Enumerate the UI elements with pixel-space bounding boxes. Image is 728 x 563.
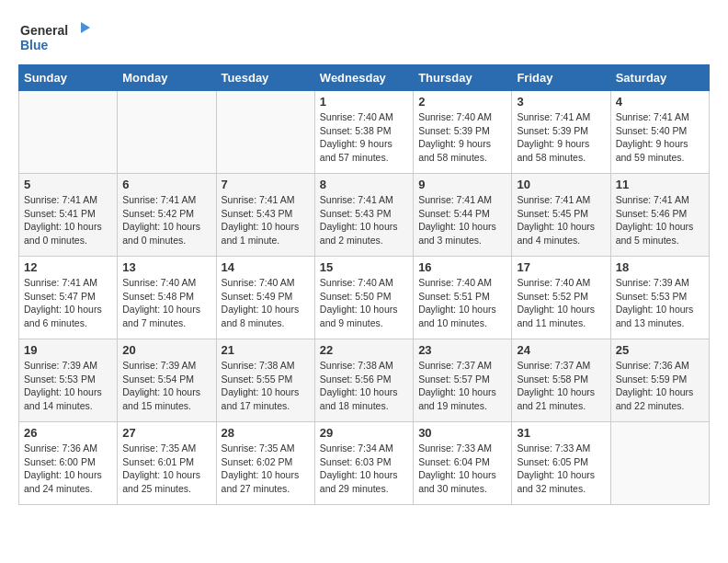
week-row-3: 12Sunrise: 7:41 AM Sunset: 5:47 PM Dayli… (19, 257, 710, 339)
day-info: Sunrise: 7:38 AM Sunset: 5:56 PM Dayligh… (320, 359, 408, 413)
calendar-cell: 3Sunrise: 7:41 AM Sunset: 5:39 PM Daylig… (512, 91, 610, 174)
day-number: 8 (320, 178, 408, 191)
day-number: 10 (517, 178, 605, 191)
svg-marker-1 (81, 22, 90, 33)
calendar-cell: 5Sunrise: 7:41 AM Sunset: 5:41 PM Daylig… (19, 174, 118, 257)
weekday-header-row: SundayMondayTuesdayWednesdayThursdayFrid… (19, 65, 710, 91)
calendar-cell (118, 91, 216, 174)
week-row-4: 19Sunrise: 7:39 AM Sunset: 5:53 PM Dayli… (19, 339, 710, 422)
calendar-table: SundayMondayTuesdayWednesdayThursdayFrid… (18, 64, 710, 505)
day-number: 14 (222, 260, 310, 274)
day-number: 7 (222, 178, 310, 191)
day-number: 30 (418, 426, 506, 440)
day-number: 11 (616, 178, 704, 191)
day-info: Sunrise: 7:40 AM Sunset: 5:50 PM Dayligh… (320, 276, 408, 330)
calendar-cell: 20Sunrise: 7:39 AM Sunset: 5:54 PM Dayli… (118, 339, 216, 422)
day-info: Sunrise: 7:39 AM Sunset: 5:53 PM Dayligh… (616, 276, 704, 330)
day-number: 1 (320, 95, 408, 109)
svg-text:General: General (20, 23, 68, 38)
calendar-cell: 31Sunrise: 7:33 AM Sunset: 6:05 PM Dayli… (512, 422, 610, 505)
day-number: 17 (517, 260, 605, 274)
calendar-cell: 14Sunrise: 7:40 AM Sunset: 5:49 PM Dayli… (216, 257, 314, 339)
calendar-cell: 4Sunrise: 7:41 AM Sunset: 5:40 PM Daylig… (610, 91, 709, 174)
day-info: Sunrise: 7:40 AM Sunset: 5:48 PM Dayligh… (122, 276, 210, 330)
calendar-cell: 16Sunrise: 7:40 AM Sunset: 5:51 PM Dayli… (414, 257, 512, 339)
day-number: 3 (517, 95, 605, 109)
calendar-cell: 12Sunrise: 7:41 AM Sunset: 5:47 PM Dayli… (19, 257, 118, 339)
calendar-cell: 18Sunrise: 7:39 AM Sunset: 5:53 PM Dayli… (610, 257, 709, 339)
calendar-cell: 21Sunrise: 7:38 AM Sunset: 5:55 PM Dayli… (216, 339, 314, 422)
weekday-header-tuesday: Tuesday (216, 65, 314, 91)
day-info: Sunrise: 7:39 AM Sunset: 5:53 PM Dayligh… (24, 359, 112, 413)
day-number: 16 (418, 260, 506, 274)
day-info: Sunrise: 7:33 AM Sunset: 6:04 PM Dayligh… (418, 442, 506, 496)
day-number: 13 (122, 260, 210, 274)
calendar-cell: 15Sunrise: 7:40 AM Sunset: 5:50 PM Dayli… (314, 257, 413, 339)
weekday-header-thursday: Thursday (414, 65, 512, 91)
calendar-cell: 2Sunrise: 7:40 AM Sunset: 5:39 PM Daylig… (414, 91, 512, 174)
day-info: Sunrise: 7:41 AM Sunset: 5:46 PM Dayligh… (616, 193, 704, 247)
calendar-cell: 26Sunrise: 7:36 AM Sunset: 6:00 PM Dayli… (19, 422, 118, 505)
week-row-5: 26Sunrise: 7:36 AM Sunset: 6:00 PM Dayli… (19, 422, 710, 505)
day-info: Sunrise: 7:40 AM Sunset: 5:39 PM Dayligh… (418, 110, 506, 165)
day-number: 20 (122, 343, 210, 357)
calendar-cell: 24Sunrise: 7:37 AM Sunset: 5:58 PM Dayli… (512, 339, 610, 422)
day-info: Sunrise: 7:41 AM Sunset: 5:42 PM Dayligh… (122, 193, 210, 247)
day-number: 27 (122, 426, 210, 440)
calendar-cell (19, 91, 118, 174)
weekday-header-friday: Friday (512, 65, 610, 91)
svg-text:Blue: Blue (20, 38, 49, 52)
calendar-cell: 10Sunrise: 7:41 AM Sunset: 5:45 PM Dayli… (512, 174, 610, 257)
calendar-cell: 29Sunrise: 7:34 AM Sunset: 6:03 PM Dayli… (314, 422, 413, 505)
day-info: Sunrise: 7:38 AM Sunset: 5:55 PM Dayligh… (222, 359, 310, 413)
day-number: 5 (24, 178, 112, 191)
calendar-cell: 13Sunrise: 7:40 AM Sunset: 5:48 PM Dayli… (118, 257, 216, 339)
calendar-cell: 6Sunrise: 7:41 AM Sunset: 5:42 PM Daylig… (118, 174, 216, 257)
calendar-cell: 8Sunrise: 7:41 AM Sunset: 5:43 PM Daylig… (314, 174, 413, 257)
calendar-cell: 23Sunrise: 7:37 AM Sunset: 5:57 PM Dayli… (414, 339, 512, 422)
weekday-header-sunday: Sunday (19, 65, 118, 91)
calendar-cell: 7Sunrise: 7:41 AM Sunset: 5:43 PM Daylig… (216, 174, 314, 257)
calendar-cell: 1Sunrise: 7:40 AM Sunset: 5:38 PM Daylig… (314, 91, 413, 174)
week-row-1: 1Sunrise: 7:40 AM Sunset: 5:38 PM Daylig… (19, 91, 710, 174)
page-header: GeneralBlue (18, 18, 710, 55)
calendar-cell: 19Sunrise: 7:39 AM Sunset: 5:53 PM Dayli… (19, 339, 118, 422)
day-number: 24 (517, 343, 605, 357)
day-info: Sunrise: 7:33 AM Sunset: 6:05 PM Dayligh… (517, 442, 605, 496)
week-row-2: 5Sunrise: 7:41 AM Sunset: 5:41 PM Daylig… (19, 174, 710, 257)
day-info: Sunrise: 7:41 AM Sunset: 5:45 PM Dayligh… (517, 193, 605, 247)
day-info: Sunrise: 7:41 AM Sunset: 5:43 PM Dayligh… (320, 193, 408, 247)
day-number: 29 (320, 426, 408, 440)
day-info: Sunrise: 7:41 AM Sunset: 5:43 PM Dayligh… (222, 193, 310, 247)
calendar-cell: 11Sunrise: 7:41 AM Sunset: 5:46 PM Dayli… (610, 174, 709, 257)
day-info: Sunrise: 7:35 AM Sunset: 6:02 PM Dayligh… (222, 442, 310, 496)
calendar-cell: 27Sunrise: 7:35 AM Sunset: 6:01 PM Dayli… (118, 422, 216, 505)
weekday-header-monday: Monday (118, 65, 216, 91)
day-info: Sunrise: 7:36 AM Sunset: 5:59 PM Dayligh… (616, 359, 704, 413)
calendar-cell: 25Sunrise: 7:36 AM Sunset: 5:59 PM Dayli… (610, 339, 709, 422)
calendar-cell (216, 91, 314, 174)
day-info: Sunrise: 7:36 AM Sunset: 6:00 PM Dayligh… (24, 442, 112, 496)
day-number: 26 (24, 426, 112, 440)
day-number: 23 (418, 343, 506, 357)
day-info: Sunrise: 7:40 AM Sunset: 5:38 PM Dayligh… (320, 110, 408, 165)
weekday-header-wednesday: Wednesday (314, 65, 413, 91)
calendar-cell: 17Sunrise: 7:40 AM Sunset: 5:52 PM Dayli… (512, 257, 610, 339)
day-number: 19 (24, 343, 112, 357)
logo-icon: GeneralBlue (18, 18, 92, 55)
calendar-cell (610, 422, 709, 505)
day-number: 15 (320, 260, 408, 274)
day-info: Sunrise: 7:40 AM Sunset: 5:51 PM Dayligh… (418, 276, 506, 330)
day-number: 2 (418, 95, 506, 109)
calendar-cell: 28Sunrise: 7:35 AM Sunset: 6:02 PM Dayli… (216, 422, 314, 505)
day-number: 4 (616, 95, 704, 109)
day-number: 25 (616, 343, 704, 357)
calendar-cell: 30Sunrise: 7:33 AM Sunset: 6:04 PM Dayli… (414, 422, 512, 505)
day-number: 22 (320, 343, 408, 357)
day-number: 6 (122, 178, 210, 191)
logo: GeneralBlue (18, 18, 92, 55)
day-info: Sunrise: 7:40 AM Sunset: 5:49 PM Dayligh… (222, 276, 310, 330)
day-number: 9 (418, 178, 506, 191)
day-info: Sunrise: 7:39 AM Sunset: 5:54 PM Dayligh… (122, 359, 210, 413)
calendar-cell: 22Sunrise: 7:38 AM Sunset: 5:56 PM Dayli… (314, 339, 413, 422)
